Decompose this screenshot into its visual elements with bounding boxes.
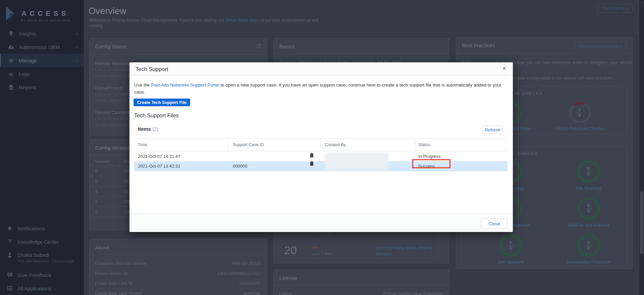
gauge-label[interactable]: Failed Rulebase Checks [556,126,604,131]
sidebar-item-label: Give Feedback [17,272,51,278]
sidebar-item-all-applications[interactable]: All Applications [0,282,84,295]
gauge-label[interactable]: File Blocking [576,186,601,191]
copy-icon[interactable] [310,161,314,167]
up-arrow-icon: ↑ [320,245,322,250]
sidebar-item-autonomous-dem[interactable]: Autonomous DEM › [0,40,84,54]
stat-delta: 5% ↑ [312,245,322,250]
scrollbar[interactable]: ▲ [639,0,644,295]
create-tech-support-file-button[interactable]: Create Tech Support File [133,99,190,106]
question-icon: ? [7,238,13,245]
about-value: 256353530 [239,281,260,286]
tech-support-modal: Tech Support ✕ Use the Palo Alto Network… [129,62,513,232]
config-status-item-sub: at 2021-Sep-22 12:5 [95,74,130,78]
divider [280,240,438,241]
support-portal-link[interactable]: Palo Alto Networks Support Portal [151,82,219,87]
user-icon [7,252,13,257]
config-status-item-sub: at 2021-Sep-22 12:5 [95,98,130,102]
zero-hit-policy-rules-link[interactable]: Zero Hit Policy Rules (Past 6 Months) [376,245,448,257]
license-panel: License Edition Prisma Access Local Ente… [273,270,449,295]
about-value: 1163219900963117312 [217,271,260,276]
license-value: Prisma Access Local Enterprise [383,291,442,295]
shared-configuration-dropdown[interactable]: Shared Configuration▾ [575,41,626,51]
about-value: PAN-OS 10.0.5 [232,261,260,266]
gauge-label[interactable]: WildFire and Antivirus [568,223,610,228]
modal-body-line1: Use the Palo Alto Networks Support Porta… [134,82,501,87]
gauge-label[interactable]: Vulnerability Protection [567,259,611,264]
gauge-label[interactable]: Anti-Spyware [498,259,524,264]
column-header-support-case-id: Support Case ID [233,142,264,147]
items-count-label: Items (2) [138,126,159,132]
sidebar-item-manage[interactable]: ⚙ Manage › [0,54,84,67]
about-label: Cortex Data Lake ID [95,281,133,286]
tech-support-files-heading: Tech Support Files [134,113,179,119]
header-divider [84,33,644,33]
sidebar-item-label: Manage [19,58,37,63]
config-status-item-sub: at 2021-Sep-22 12:5 [95,123,130,127]
sidebar: ACCESS BY PALO ALTO NETWORKS Insights › … [0,0,84,295]
redacted-created-by [325,153,388,170]
config-status-item-sub: Last push successful [95,117,131,121]
modal-footer: Close [129,214,513,232]
config-status-item-name: GlobalProtect [95,85,122,91]
scrollbar-up-arrow[interactable]: ▲ [639,1,644,4]
table-border [134,138,507,139]
divider [274,53,449,54]
refresh-button[interactable]: Refresh [482,126,503,134]
sidebar-item-knowledge-center[interactable]: ? Knowledge Center [0,235,84,248]
panel-title: Best Practices [462,43,495,49]
access-logo-icon [5,6,18,21]
success-highlight-box [412,159,450,168]
sidebar-item-reports[interactable]: Reports [0,80,84,94]
sidebar-item-notifications[interactable]: Notifications [0,222,84,235]
table-row-time[interactable]: 2021-Oct-07 13:42:32 [138,164,180,169]
sidebar-item-label: Notifications [17,226,45,231]
sidebar-item-logs[interactable]: Logs [0,67,84,80]
column-divider [320,139,321,151]
panel-title: License [279,275,297,281]
scrollbar-thumb[interactable] [640,191,643,254]
refresh-icon[interactable] [256,44,261,50]
chevron-right-icon: › [76,44,78,50]
chevron-down-icon: ▾ [627,7,628,10]
column-divider [228,139,228,151]
column-header: Version [95,159,109,164]
welcome-text-line2: running. [89,23,104,28]
column-divider [415,139,415,151]
column-header-created-by: Created By [325,142,346,147]
user-name: Dhaka Subedi [17,252,49,258]
sidebar-item-give-feedback[interactable]: Give Feedback [0,268,84,282]
about-label: Cortex Data Lake Region [95,291,142,295]
gauge-vulnerability-protection: 00 [576,233,601,258]
version-cell: 2 [95,210,97,214]
chevron-right-icon: › [76,31,78,37]
table-row-time[interactable]: 2021-Oct-07 14:21:47 [138,154,180,159]
sidebar-item-label: Logs [19,71,30,77]
gauge-failed-rulebase-checks: 19 [568,101,593,125]
version-cell: 3 [95,199,97,204]
sidebar-item-label: Insights [19,31,36,37]
close-icon[interactable]: ✕ [502,66,506,71]
close-button[interactable]: Close [481,219,507,229]
version-cell: 6 [95,169,97,173]
config-status-item-sub: Last push successful [95,68,131,72]
about-label: Prisma Access ID [95,271,128,276]
logo-title: ACCESS [21,9,69,17]
sidebar-item-insights[interactable]: Insights › [0,27,84,40]
bell-icon [7,226,13,231]
version-cell: 5 [95,179,97,184]
config-status-item-name: Remote Networks [95,61,131,66]
logo-subtitle: BY PALO ALTO NETWORKS [21,19,71,22]
grid-icon [7,286,13,291]
follow-these-steps-link[interactable]: follow these steps [226,18,259,22]
sidebar-item-label: All Applications [17,286,51,291]
modal-body-line2: case. [134,90,145,95]
sidebar-item-label: Reports [19,84,37,90]
gauge-icon [8,45,14,49]
push-config-button[interactable]: Push Config▾ [597,4,633,13]
panel-title: Config Version [95,145,129,151]
gauge-file-blocking: 00 [576,159,601,184]
stat-period: past 7 days [312,251,333,256]
copy-icon[interactable] [310,153,314,159]
sidebar-item-label: Autonomous DEM [19,44,60,50]
selected-row-highlight [134,161,507,171]
